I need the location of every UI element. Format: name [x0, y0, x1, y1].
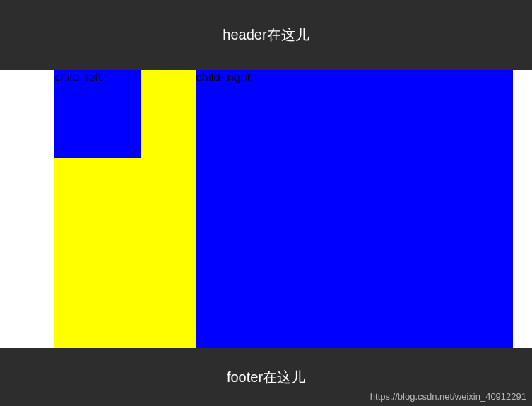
child-right-box: child_right	[196, 70, 513, 348]
child-right-label: child_right	[196, 71, 251, 84]
header-title: header在这儿	[223, 25, 309, 44]
footer-title: footer在这儿	[227, 368, 305, 387]
watermark-text: https://blog.csdn.net/weixin_40912291	[370, 391, 526, 402]
child-left-label: child_left	[54, 71, 102, 84]
footer-bar: footer在这儿 https://blog.csdn.net/weixin_4…	[0, 348, 532, 406]
child-left-box: child_left	[54, 70, 141, 158]
header-bar: header在这儿	[0, 0, 532, 70]
main-content: child_left child_right	[0, 70, 532, 348]
